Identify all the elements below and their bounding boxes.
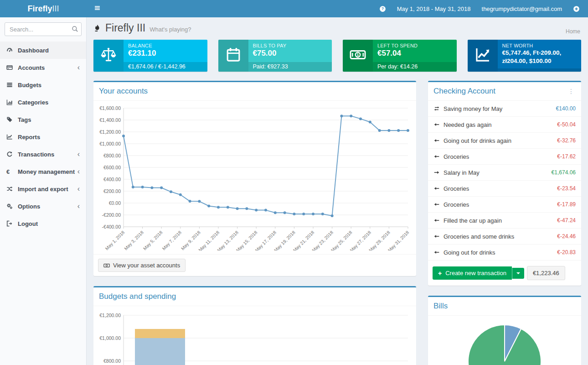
transaction-list: Saving money for May €140.00 Needed gas … [428, 101, 581, 261]
sidebar-item-label: Accounts [18, 64, 45, 71]
sidebar-toggle-button[interactable] [87, 0, 108, 17]
search-input[interactable] [5, 22, 82, 36]
arrow-left-icon [433, 233, 444, 240]
date-range-selector[interactable]: May 1, 2018 - May 31, 2018 [397, 5, 471, 12]
search-icon[interactable] [72, 26, 78, 32]
transaction-row[interactable]: Going out for drinks again €-32.76 [428, 133, 581, 149]
sidebar-item-dashboard[interactable]: Dashboard [0, 42, 86, 59]
transaction-row[interactable]: Groceries €-17.89 [428, 197, 581, 213]
transaction-description[interactable]: Groceries [444, 153, 469, 160]
kebab-menu-icon[interactable]: ⋮ [567, 88, 576, 94]
checking-account-footer: + Create new transaction €1,223.46 [428, 261, 581, 286]
sidebar-item-label: Dashboard [18, 47, 49, 54]
checking-account-panel: Checking Account ⋮ Saving money for May … [428, 81, 581, 286]
bills-header: Bills [428, 297, 581, 316]
transaction-amount: €-20.83 [557, 249, 576, 256]
bars-icon [94, 5, 101, 13]
balance-scale-icon [100, 47, 117, 65]
sidebar-item-budgets[interactable]: Budgets [0, 76, 86, 94]
quick-create-button[interactable] [573, 5, 580, 12]
info-box-label: BALANCE [128, 43, 203, 48]
transaction-description[interactable]: Going out for drinks again [444, 137, 511, 144]
brand-logo[interactable]: FireflyIII [0, 0, 87, 17]
sidebar-item-reports[interactable]: Reports [0, 128, 86, 146]
checking-account-title: Checking Account [433, 87, 495, 96]
breadcrumb-home[interactable]: Home [566, 28, 580, 35]
chevron-left-icon: ‹ [77, 168, 80, 175]
help-button[interactable]: ? [379, 5, 386, 12]
info-box-footer: Paid: €927.33 [248, 62, 332, 72]
arrow-left-icon [433, 201, 444, 208]
svg-text:€1,600.00: €1,600.00 [99, 105, 121, 111]
sidebar-item-tags[interactable]: Tags [0, 111, 86, 128]
transaction-row[interactable]: Needed gas again €-50.04 [428, 117, 581, 133]
transaction-amount: €-50.04 [557, 121, 576, 128]
info-box-value: €5,747.46, Ft-209.00, zł204.00, $100.00 [502, 49, 577, 65]
transaction-row[interactable]: Filled the car up again €-47.24 [428, 213, 581, 229]
sidebar-item-label: Budgets [18, 82, 41, 89]
sidebar-item-logout[interactable]: Logout [0, 215, 86, 232]
page-title-text: Firefly III [105, 22, 145, 34]
brand-bold: Firefly [27, 4, 52, 14]
info-box-row: BALANCE €231.10 €1,674.06 / €-1,442.96 B… [93, 40, 581, 72]
info-box-label: BILLS TO PAY [253, 43, 328, 48]
transaction-row[interactable]: Groceries €-17.62 [428, 149, 581, 165]
info-box-icon-area [218, 40, 248, 72]
info-box-value: €231.10 [128, 49, 203, 58]
arrow-left-icon [433, 137, 444, 144]
create-transaction-button[interactable]: + Create new transaction [433, 266, 512, 280]
bar-chart-icon [6, 99, 18, 105]
sidebar-item-import-export[interactable]: Import and export ‹ [0, 180, 86, 198]
svg-text:?: ? [381, 6, 383, 11]
transaction-row[interactable]: Going out for drinks €-20.83 [428, 245, 581, 261]
svg-text:€400.00: €400.00 [103, 177, 121, 182]
tasks-icon [6, 82, 18, 88]
create-transaction-dropdown[interactable] [512, 268, 524, 279]
budgets-title: Budgets and spending [99, 292, 176, 301]
transaction-row[interactable]: Groceries €-23.54 [428, 181, 581, 197]
user-email-menu[interactable]: thegrumpydictator@gmail.com [482, 5, 562, 12]
money-icon: 1 [350, 47, 366, 65]
transaction-row[interactable]: Salary in May €1,674.06 [428, 165, 581, 181]
sidebar-item-transactions[interactable]: Transactions ‹ [0, 146, 86, 163]
bills-pie-chart [433, 319, 576, 365]
transaction-description[interactable]: Going out for drinks [444, 249, 495, 256]
info-box-footer: Per day: €14.26 [373, 62, 457, 72]
info-box-bills-to-pay: BILLS TO PAY €75.00 Paid: €927.33 [218, 40, 332, 72]
sidebar-item-money-management[interactable]: € Money management ‹ [0, 163, 86, 180]
sidebar: Dashboard Accounts ‹ Budgets Categories … [0, 17, 87, 365]
transaction-amount: €-23.54 [557, 185, 576, 192]
transaction-row[interactable]: Groceries and some drinks €-24.46 [428, 229, 581, 245]
info-box-footer: €1,674.06 / €-1,442.96 [124, 62, 207, 72]
budgets-panel: Budgets and spending €1,200.00€1,000.00€… [93, 286, 416, 365]
svg-text:€1,200.00: €1,200.00 [99, 129, 121, 135]
transaction-description[interactable]: Groceries and some drinks [444, 233, 514, 240]
svg-text:1: 1 [356, 52, 359, 57]
sidebar-item-options[interactable]: Options ‹ [0, 198, 86, 215]
info-box-label: NET WORTH [502, 43, 577, 48]
view-asset-accounts-button[interactable]: View your asset accounts [98, 259, 186, 272]
transaction-description[interactable]: Saving money for May [444, 105, 502, 112]
sidebar-item-categories[interactable]: Categories [0, 94, 86, 111]
your-accounts-panel: Your accounts €1,600.00€1,400.00€1,200.0… [93, 81, 416, 276]
transaction-row[interactable]: Saving money for May €140.00 [428, 101, 581, 117]
transaction-description[interactable]: Groceries [444, 185, 469, 192]
transaction-description[interactable]: Groceries [444, 201, 469, 208]
arrow-right-icon [433, 169, 444, 176]
transaction-description[interactable]: Needed gas again [444, 121, 492, 128]
svg-text:€600.00: €600.00 [103, 165, 121, 170]
calendar-icon [225, 47, 242, 65]
info-box-icon-area [468, 40, 498, 72]
transaction-description[interactable]: Salary in May [444, 169, 480, 176]
transaction-description[interactable]: Filled the car up again [444, 217, 502, 224]
sidebar-item-accounts[interactable]: Accounts ‹ [0, 59, 86, 76]
content-header: Firefly III What's playing? Home [87, 17, 588, 36]
chart-line-icon [475, 47, 491, 65]
random-icon [6, 186, 18, 192]
sidebar-item-label: Options [18, 203, 40, 210]
sidebar-item-label: Reports [18, 134, 40, 141]
info-box-net-worth: NET WORTH €5,747.46, Ft-209.00, zł204.00… [468, 40, 582, 72]
account-balance-chip[interactable]: €1,223.46 [527, 266, 565, 280]
svg-text:€1,000.00: €1,000.00 [99, 141, 121, 146]
bills-title: Bills [433, 302, 448, 311]
